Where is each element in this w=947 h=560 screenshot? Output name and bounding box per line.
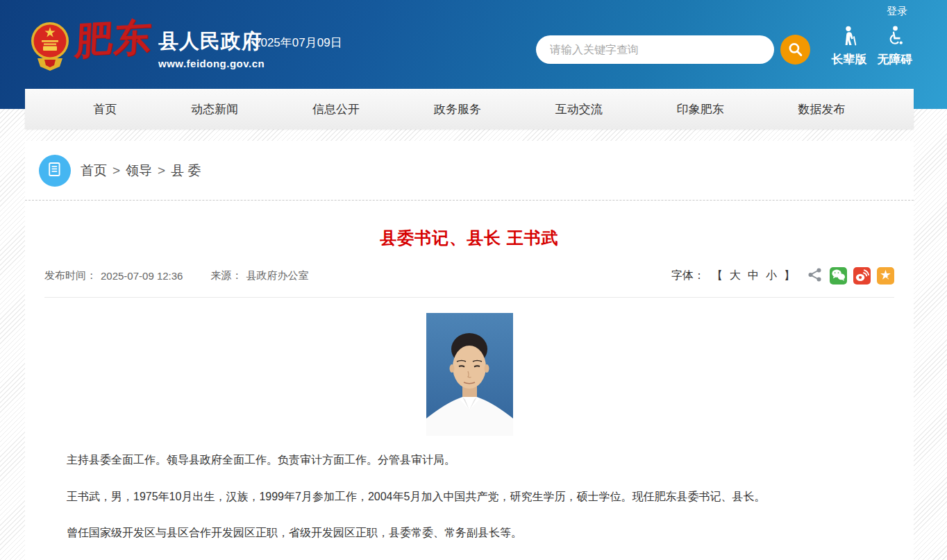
national-emblem-icon	[29, 21, 71, 74]
content-card: 首页>领导>县 委 县委书记、县长 王书武 发布时间： 2025-07-09 1…	[25, 141, 914, 560]
portrait-photo	[426, 313, 513, 436]
accessibility-label: 无障碍	[871, 51, 919, 67]
nav-item-data[interactable]: 数据发布	[798, 101, 845, 117]
site-url: www.feidong.gov.cn	[158, 58, 265, 69]
wechat-icon	[830, 266, 847, 286]
elder-version-label: 长辈版	[825, 51, 873, 67]
breadcrumb-badge	[39, 155, 71, 187]
font-size-medium-button[interactable]: 中	[748, 269, 759, 283]
article-meta-right: 字体： 【 大 中 小 】	[671, 267, 894, 285]
favorite-share-button[interactable]	[877, 267, 894, 285]
weibo-share-button[interactable]	[853, 267, 871, 285]
nav-item-info[interactable]: 信息公开	[312, 101, 360, 117]
article-title: 县委书记、县长 王书武	[44, 227, 894, 249]
search-input[interactable]	[536, 35, 774, 64]
search-button[interactable]	[780, 35, 810, 65]
nav-item-impression[interactable]: 印象肥东	[677, 101, 724, 117]
site-name: 县人民政府	[158, 28, 265, 56]
document-icon	[47, 161, 63, 180]
article-body: 主持县委全面工作。领导县政府全面工作。负责审计方面工作。分管县审计局。 王书武，…	[44, 451, 894, 542]
header-date: 2025年07月09日	[254, 35, 342, 51]
breadcrumb-current[interactable]: 县 委	[171, 163, 201, 178]
breadcrumb: 首页>领导>县 委	[25, 141, 914, 201]
article-meta-row: 发布时间： 2025-07-09 12:36 来源： 县政府办公室 字体： 【 …	[44, 267, 894, 298]
site-logo-calligraphy: 肥东	[74, 17, 158, 59]
accessibility-button[interactable]: 无障碍	[871, 25, 919, 67]
main-nav: 首页 动态新闻 信息公开 政务服务 互动交流 印象肥东 数据发布	[25, 89, 914, 129]
paragraph-duties: 主持县委全面工作。领导县政府全面工作。负责审计方面工作。分管县审计局。	[44, 451, 894, 469]
breadcrumb-trail: 首页>领导>县 委	[81, 162, 201, 180]
breadcrumb-home[interactable]: 首页	[81, 163, 107, 178]
site-title-block: 县人民政府 www.feidong.gov.cn	[158, 28, 265, 69]
weibo-icon	[853, 266, 871, 286]
share-button[interactable]	[807, 268, 823, 285]
magnifier-icon	[780, 40, 810, 59]
font-size-large-button[interactable]: 大	[730, 269, 741, 283]
elder-person-icon	[839, 36, 860, 48]
publish-time-value: 2025-07-09 12:36	[101, 270, 183, 282]
font-bracket-open: 【	[712, 269, 723, 283]
breadcrumb-leaders[interactable]: 领导	[126, 163, 152, 178]
portrait-photo-wrap	[44, 313, 894, 436]
wechat-share-button[interactable]	[830, 267, 847, 285]
article-meta-left: 发布时间： 2025-07-09 12:36 来源： 县政府办公室	[44, 269, 308, 282]
breadcrumb-separator: >	[112, 163, 120, 178]
font-bracket-close: 】	[784, 269, 795, 283]
article: 县委书记、县长 王书武 发布时间： 2025-07-09 12:36 来源： 县…	[25, 227, 914, 542]
nav-item-news[interactable]: 动态新闻	[191, 101, 238, 117]
nav-item-services[interactable]: 政务服务	[434, 101, 481, 117]
font-size-small-button[interactable]: 小	[766, 269, 777, 283]
font-size-control: 字体： 【 大 中 小 】	[671, 269, 795, 283]
nav-item-home[interactable]: 首页	[93, 101, 117, 117]
font-size-label: 字体：	[671, 269, 705, 283]
publish-time-label: 发布时间：	[44, 269, 97, 282]
paragraph-bio: 王书武，男，1975年10月出生，汉族，1999年7月参加工作，2004年5月加…	[44, 488, 894, 506]
star-icon	[877, 266, 894, 286]
elder-version-button[interactable]: 长辈版	[825, 25, 873, 67]
login-link[interactable]: 登录	[887, 5, 907, 18]
paragraph-history: 曾任国家级开发区与县区合作开发园区正职，省级开发园区正职，县委常委、常务副县长等…	[44, 524, 894, 542]
source-label: 来源：	[210, 269, 242, 282]
breadcrumb-separator: >	[158, 163, 165, 178]
wheelchair-icon	[885, 36, 905, 48]
source-value: 县政府办公室	[246, 269, 308, 282]
share-nodes-icon	[807, 267, 823, 285]
nav-item-interaction[interactable]: 互动交流	[555, 101, 603, 117]
